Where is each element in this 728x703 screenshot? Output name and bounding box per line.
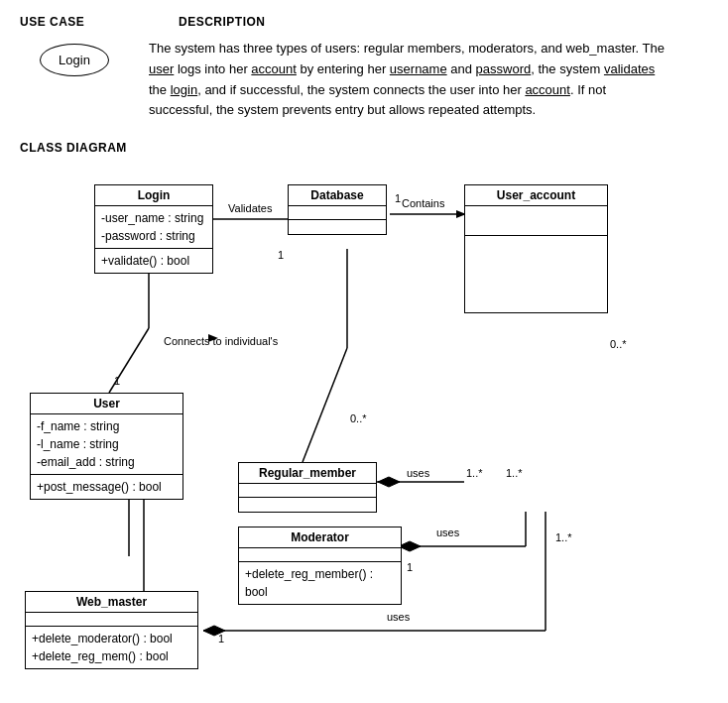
svg-text:0..*: 0..* [610,338,627,350]
moderator-class-methods: +delete_reg_member() : bool [239,562,401,604]
header-row: USE CASE DESCRIPTION [20,10,708,29]
regular-member-methods [239,498,376,512]
use-case-header: USE CASE [20,15,119,29]
diagram-area: Validates 1..* 1 Connects to individual'… [20,175,714,631]
svg-marker-31 [399,541,421,551]
login-oval: Login [40,44,109,76]
svg-text:1..*: 1..* [466,467,483,479]
svg-marker-25 [378,477,400,487]
svg-text:Validates: Validates [228,202,273,214]
web-master-class-name: Web_master [26,592,197,613]
web-master-class-methods: +delete_moderator() : bool +delete_reg_m… [26,627,197,668]
svg-text:uses: uses [387,611,411,623]
svg-text:1..*: 1..* [555,531,572,543]
svg-text:1: 1 [395,192,401,204]
svg-marker-8 [208,334,218,342]
user-class-name: User [31,394,182,414]
web-master-class: Web_master +delete_moderator() : bool +d… [25,591,198,669]
svg-text:1: 1 [114,375,120,387]
database-methods [289,220,386,234]
user-class: User -f_name : string -l_name : string -… [30,393,183,500]
regular-member-attrs [239,484,376,498]
use-case-left: Login [20,39,129,76]
moderator-class-name: Moderator [239,527,401,548]
svg-text:1..*: 1..* [506,467,523,479]
moderator-class: Moderator +delete_reg_member() : bool [238,527,402,605]
database-attrs [289,206,386,220]
database-class: Database [288,184,387,235]
regular-member-class-name: Regular_member [239,463,376,484]
user-account-class: User_account [464,184,608,313]
use-case-section: Login The system has three types of user… [20,39,708,121]
moderator-attrs [239,548,401,562]
login-class-attrs: -user_name : string -password : string [95,206,212,249]
user-class-methods: +post_message() : bool [31,475,182,499]
user-class-attrs: -f_name : string -l_name : string -email… [31,414,182,475]
svg-line-15 [303,348,347,462]
login-class: Login -user_name : string -password : st… [94,184,213,274]
regular-member-class: Regular_member [238,462,377,513]
use-case-description: The system has three types of users: reg… [149,39,665,121]
svg-text:Contains: Contains [402,197,445,209]
class-diagram-label: CLASS DIAGRAM [20,141,708,155]
web-master-attrs [26,613,197,627]
login-class-name: Login [95,185,212,206]
svg-text:Connects to individual's: Connects to individual's [164,335,279,347]
svg-text:1: 1 [278,249,284,261]
description-header: DESCRIPTION [179,15,266,29]
user-account-methods [465,236,607,305]
user-account-attrs [465,206,607,236]
svg-text:1: 1 [218,633,224,644]
svg-marker-36 [203,626,225,636]
login-class-methods: +validate() : bool [95,249,212,273]
svg-text:uses: uses [436,527,460,538]
svg-text:1: 1 [407,561,413,573]
svg-line-6 [109,328,149,393]
user-account-class-name: User_account [465,185,607,206]
database-class-name: Database [289,185,386,206]
svg-text:uses: uses [407,467,430,479]
svg-text:0..*: 0..* [350,412,367,424]
